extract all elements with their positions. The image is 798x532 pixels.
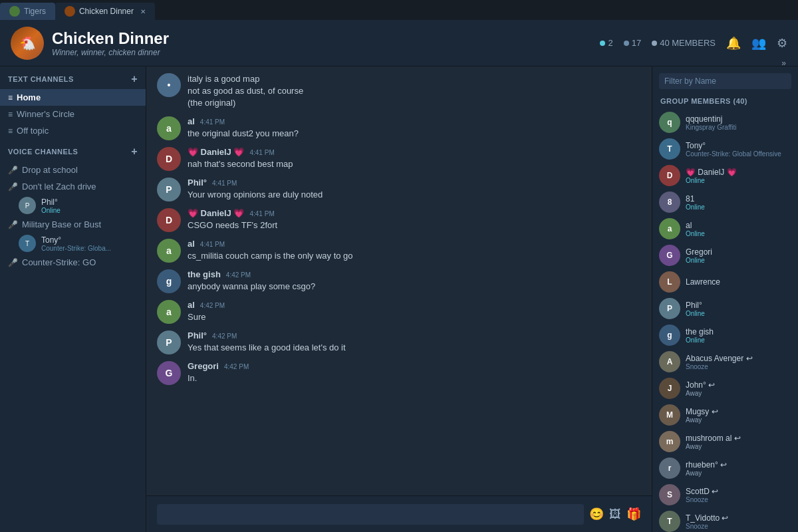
member-gregori[interactable]: G Gregori Online: [652, 242, 798, 269]
server-title: Chicken Dinner: [52, 29, 600, 48]
members-search-area: »: [652, 66, 798, 93]
member-qqquentinj[interactable]: q qqquentinj Kingspray Graffiti: [652, 109, 798, 136]
message-gish-1-author: the gish: [188, 269, 221, 279]
heart-emoji-4: 💗: [233, 208, 244, 218]
message-danielj-2-author: 💗 DanielJ 💗: [188, 208, 244, 218]
server-subtitle: Winner, winner, chicken dinner: [52, 48, 600, 57]
member-81[interactable]: 8 81 Online: [652, 189, 798, 215]
message-al-3-avatar: a: [157, 300, 181, 324]
member-phil-name: Phil°: [686, 301, 705, 310]
add-friend-icon[interactable]: 👥: [751, 36, 766, 51]
microphone-icon: 🎤: [8, 166, 18, 175]
member-rhueben-name: rhueben° ↩: [686, 460, 727, 469]
member-al-avatar: a: [659, 218, 680, 239]
message-phil-2-text: Yes that seems like a good idea let's do…: [188, 342, 641, 354]
settings-icon[interactable]: ⚙: [777, 36, 787, 51]
online-dot: [600, 41, 605, 46]
heart-emoji-3: 💗: [188, 208, 198, 218]
tab-chicken-dinner[interactable]: Chicken Dinner ✕: [55, 3, 155, 20]
members-search-input[interactable]: [659, 73, 791, 89]
message-phil-2-avatar: P: [157, 331, 181, 354]
member-rhueben[interactable]: r rhueben° ↩ Away: [652, 455, 798, 481]
member-rhueben-status: Away: [686, 469, 727, 477]
member-qqquentinj-avatar: q: [659, 112, 680, 133]
message-phil-2-content: Phil° 4:42 PM Yes that seems like a good…: [188, 331, 641, 354]
message-al-1-time: 4:41 PM: [200, 118, 225, 126]
member-danielj-avatar: D: [659, 165, 680, 186]
member-lawrence[interactable]: L Lawrence: [652, 269, 798, 295]
member-mushroom-al[interactable]: m mushroom al ↩ Away: [652, 428, 798, 455]
voice-channel-drop-at-school[interactable]: 🎤 Drop at school: [0, 162, 146, 178]
voice-member-phil-status: Online: [41, 207, 61, 214]
notification-icon[interactable]: 🔔: [726, 36, 741, 51]
member-81-avatar: 8: [659, 192, 680, 213]
member-abacus-avenger-name: Abacus Avenger ↩: [686, 354, 753, 363]
member-tony-info: Tony° Counter-Strike: Global Offensive: [686, 141, 781, 158]
member-gregori-avatar: G: [659, 245, 680, 266]
members-dot: [652, 41, 657, 46]
message-danielj-2-content: 💗 DanielJ 💗 4:41 PM CSGO needs TF's 2for…: [188, 208, 641, 231]
tab-chicken-dinner-label: Chicken Dinner: [79, 7, 134, 16]
message-phil-2-author: Phil°: [188, 331, 207, 340]
active-count: 17: [632, 38, 641, 48]
server-info: Chicken Dinner Winner, winner, chicken d…: [52, 29, 600, 57]
message-gregori-1-text: In.: [188, 372, 641, 384]
member-mushroom-al-name: mushroom al ↩: [686, 434, 741, 443]
members-stat: 40 MEMBERS: [652, 38, 716, 48]
member-abacus-avenger[interactable]: A Abacus Avenger ↩ Snooze: [652, 348, 798, 375]
voice-channels-header: Voice Channels +: [0, 139, 146, 162]
image-icon[interactable]: 🖼: [609, 507, 621, 521]
member-mushroom-al-avatar: m: [659, 431, 680, 452]
voice-member-phil-avatar: P: [19, 197, 36, 214]
expand-icon[interactable]: »: [781, 66, 786, 68]
channel-home[interactable]: ≡ Home: [0, 89, 146, 106]
voice-channel-military-base[interactable]: 🎤 Military Base or Bust: [0, 216, 146, 233]
member-lawrence-name: Lawrence: [686, 277, 720, 287]
member-mugsy[interactable]: M Mugsy ↩ Away: [652, 402, 798, 428]
tab-close-icon[interactable]: ✕: [140, 8, 146, 15]
message-danielj-1-avatar: D: [157, 147, 181, 171]
member-al[interactable]: a al Online: [652, 215, 798, 242]
add-voice-channel-button[interactable]: +: [131, 146, 138, 158]
member-john-status: Away: [686, 390, 715, 397]
member-phil[interactable]: P Phil° Online: [652, 295, 798, 322]
chat-area: • italy is a good map not as good as dus…: [146, 66, 652, 532]
message-gish-1: g the gish 4:42 PM anybody wanna play so…: [157, 269, 641, 293]
emoji-icon[interactable]: 😊: [589, 507, 604, 521]
member-tony[interactable]: T Tony° Counter-Strike: Global Offensive: [652, 136, 798, 162]
member-danielj-name: 💗 DanielJ 💗: [686, 168, 737, 177]
message-danielj-2-text: CSGO needs TF's 2fort: [188, 219, 641, 231]
message-danielj-1: D 💗 DanielJ 💗 4:41 PM nah that's second …: [157, 147, 641, 171]
member-the-gish[interactable]: g the gish Online: [652, 322, 798, 348]
member-john[interactable]: J John° ↩ Away: [652, 375, 798, 402]
channel-off-topic[interactable]: ≡ Off topic: [0, 122, 146, 139]
voice-channel-dont-let-zach[interactable]: 🎤 Don't let Zach drive: [0, 178, 146, 195]
member-scottd[interactable]: S ScottD ↩ Snooze: [652, 481, 798, 508]
message-danielj-2: D 💗 DanielJ 💗 4:41 PM CSGO needs TF's 2f…: [157, 208, 641, 232]
online-stat: 2: [600, 38, 612, 48]
server-header: 🐔 Chicken Dinner Winner, winner, chicken…: [0, 20, 798, 66]
channel-off-topic-label: Off topic: [17, 126, 49, 136]
microphone-icon: 🎤: [8, 258, 18, 267]
voice-channel-counter-strike-go[interactable]: 🎤 Counter-Strike: GO: [0, 254, 146, 271]
member-john-avatar: J: [659, 378, 680, 399]
tab-tigers[interactable]: Tigers: [0, 3, 55, 20]
channel-winners-circle[interactable]: ≡ Winner's Circle: [0, 106, 146, 122]
message-gregori-1-time: 4:42 PM: [224, 363, 249, 370]
chat-messages: • italy is a good map not as good as dus…: [146, 66, 652, 495]
member-81-name: 81: [686, 194, 705, 203]
member-al-info: al Online: [686, 221, 705, 237]
message-phil-1: P Phil° 4:41 PM Your wrong opinions are …: [157, 178, 641, 201]
message-al-3-author: al: [188, 300, 195, 310]
chat-input[interactable]: [157, 504, 584, 525]
member-danielj[interactable]: D 💗 DanielJ 💗 Online: [652, 162, 798, 189]
gift-icon[interactable]: 🎁: [626, 507, 641, 521]
message-gish-1-content: the gish 4:42 PM anybody wanna play some…: [188, 269, 641, 293]
member-abacus-avenger-info: Abacus Avenger ↩ Snooze: [686, 354, 753, 370]
voice-channel-counter-strike-go-label: Counter-Strike: GO: [22, 257, 96, 267]
tab-tigers-label: Tigers: [24, 7, 46, 16]
message-al-2-author: al: [188, 239, 195, 249]
member-t-vidotto[interactable]: T T_Vidotto ↩ Snooze: [652, 508, 798, 532]
member-mugsy-info: Mugsy ↩ Away: [686, 407, 718, 424]
add-text-channel-button[interactable]: +: [131, 73, 138, 85]
